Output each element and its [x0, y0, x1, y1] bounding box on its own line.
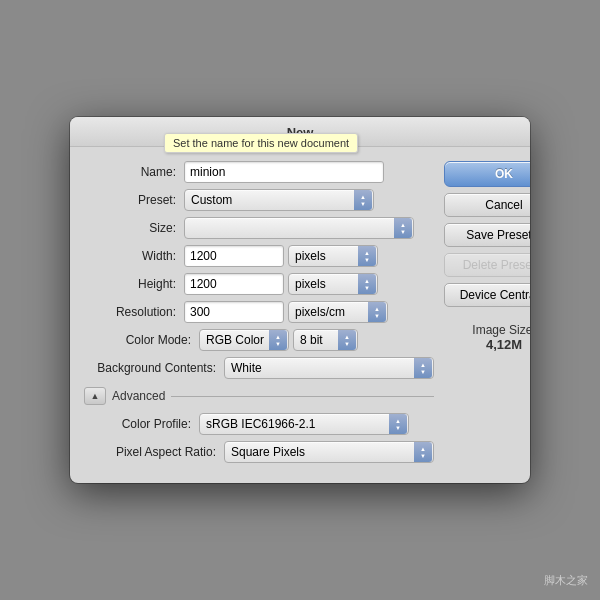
image-size-value: 4,12M — [444, 337, 530, 352]
height-row: Height: pixels — [84, 273, 434, 295]
width-row: Width: pixels — [84, 245, 434, 267]
width-unit-wrap: pixels — [288, 245, 378, 267]
cancel-button[interactable]: Cancel — [444, 193, 530, 217]
width-input[interactable] — [184, 245, 284, 267]
colorprofile-select-wrap: sRGB IEC61966-2.1 — [199, 413, 409, 435]
pixelaspect-row: Pixel Aspect Ratio: Square Pixels — [84, 441, 434, 463]
width-label: Width: — [84, 249, 184, 263]
height-label: Height: — [84, 277, 184, 291]
name-row: Name: Set the name for this new document — [84, 161, 434, 183]
preset-select[interactable]: Custom — [184, 189, 374, 211]
right-panel: OK Cancel Save Preset... Delete Preset..… — [444, 161, 530, 469]
height-unit-wrap: pixels — [288, 273, 378, 295]
bgcontents-label: Background Contents: — [84, 361, 224, 375]
size-row: Size: — [84, 217, 434, 239]
resolution-input[interactable] — [184, 301, 284, 323]
colorprofile-row: Color Profile: sRGB IEC61966-2.1 — [84, 413, 434, 435]
preset-select-wrap: Custom — [184, 189, 374, 211]
size-label: Size: — [84, 221, 184, 235]
advanced-divider — [171, 396, 434, 397]
save-preset-button[interactable]: Save Preset... — [444, 223, 530, 247]
resolution-unit-wrap: pixels/cm — [288, 301, 388, 323]
advanced-section: ▲ Advanced Color Profile: sRGB IEC61966-… — [84, 387, 434, 463]
advanced-label: Advanced — [112, 389, 165, 403]
preset-row: Preset: Custom — [84, 189, 434, 211]
colorprofile-select[interactable]: sRGB IEC61966-2.1 — [199, 413, 409, 435]
height-unit-select[interactable]: pixels — [288, 273, 378, 295]
height-input[interactable] — [184, 273, 284, 295]
ok-button[interactable]: OK — [444, 161, 530, 187]
resolution-unit-select[interactable]: pixels/cm — [288, 301, 388, 323]
image-size-label: Image Size: — [444, 323, 530, 337]
name-input[interactable] — [184, 161, 384, 183]
preset-label: Preset: — [84, 193, 184, 207]
advanced-header: ▲ Advanced — [84, 387, 434, 405]
advanced-toggle-button[interactable]: ▲ — [84, 387, 106, 405]
bgcontents-row: Background Contents: White Background Co… — [84, 357, 434, 379]
new-document-dialog: New Name: Set the name for this new docu… — [70, 117, 530, 483]
watermark: 脚木之家 — [544, 573, 588, 588]
colormode-label: Color Mode: — [84, 333, 199, 347]
colorprofile-label: Color Profile: — [84, 417, 199, 431]
pixelaspect-label: Pixel Aspect Ratio: — [84, 445, 224, 459]
bit-depth-wrap: 8 bit — [293, 329, 358, 351]
width-unit-select[interactable]: pixels — [288, 245, 378, 267]
colormode-select[interactable]: RGB Color — [199, 329, 289, 351]
size-select-wrap — [184, 217, 414, 239]
resolution-label: Resolution: — [84, 305, 184, 319]
name-tooltip: Set the name for this new document — [164, 133, 358, 153]
name-label: Name: — [84, 165, 184, 179]
bit-depth-select[interactable]: 8 bit — [293, 329, 358, 351]
image-size-info: Image Size: 4,12M — [444, 323, 530, 352]
size-select[interactable] — [184, 217, 414, 239]
resolution-row: Resolution: pixels/cm — [84, 301, 434, 323]
colormode-row: Color Mode: RGB Color 8 bit — [84, 329, 434, 351]
delete-preset-button[interactable]: Delete Preset... — [444, 253, 530, 277]
pixelaspect-select-wrap: Square Pixels — [224, 441, 434, 463]
pixelaspect-select[interactable]: Square Pixels — [224, 441, 434, 463]
device-central-button[interactable]: Device Central... — [444, 283, 530, 307]
bgcontents-select-wrap: White Background Color Transparent — [224, 357, 434, 379]
left-panel: Name: Set the name for this new document… — [84, 161, 434, 469]
bgcontents-select[interactable]: White Background Color Transparent — [224, 357, 434, 379]
colormode-select-wrap: RGB Color — [199, 329, 289, 351]
